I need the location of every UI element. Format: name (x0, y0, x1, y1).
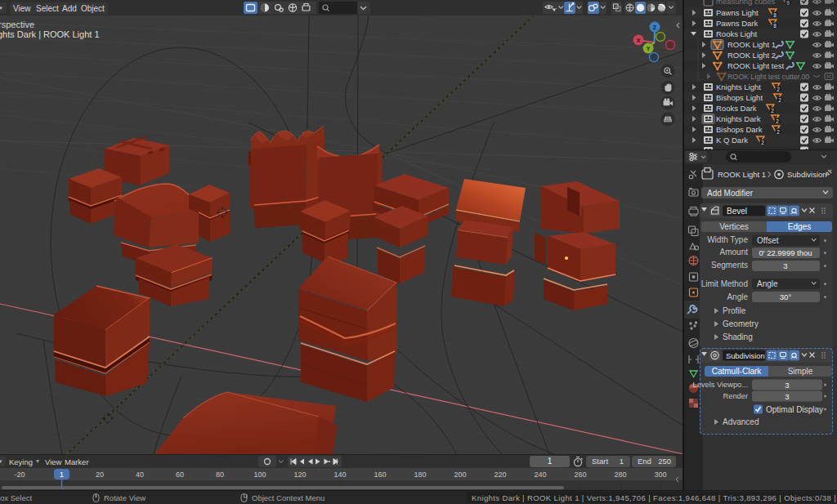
svg-text:Limit Method: Limit Method (701, 279, 748, 288)
svg-text:280: 280 (614, 471, 626, 479)
svg-text:ROOK Light 2: ROOK Light 2 (727, 51, 776, 60)
svg-text:ROOK Light 1: ROOK Light 1 (727, 40, 776, 49)
svg-text:100: 100 (253, 471, 266, 479)
svg-text:K Q Dark: K Q Dark (716, 136, 748, 145)
svg-text:Simple: Simple (788, 367, 813, 376)
svg-text:Pawns Dark: Pawns Dark (716, 19, 758, 28)
svg-text:Bishops Light: Bishops Light (716, 93, 763, 102)
svg-text:Y: Y (647, 46, 651, 51)
svg-text:40: 40 (136, 471, 144, 479)
svg-text:8: 8 (773, 12, 777, 18)
svg-text:measuring cubes: measuring cubes (716, 0, 776, 6)
svg-text:Offset: Offset (757, 236, 779, 245)
svg-text:Knights Light: Knights Light (716, 83, 761, 91)
svg-text:Vertices: Vertices (719, 222, 749, 231)
svg-text:Geometry: Geometry (723, 319, 759, 328)
svg-text:Subdivision: Subdivision (787, 170, 827, 179)
svg-text:ROOK Light test: ROOK Light test (727, 61, 785, 70)
svg-text:Shading: Shading (723, 332, 753, 341)
svg-text:2: 2 (761, 140, 764, 145)
svg-text:220: 220 (494, 471, 506, 479)
svg-text:Knights Dark: Knights Dark (716, 114, 761, 123)
svg-text:ROOK Light 1: ROOK Light 1 (718, 170, 766, 179)
svg-text:0' 22.9999 thou: 0' 22.9999 thou (759, 248, 812, 257)
svg-text:300: 300 (654, 471, 666, 479)
svg-text:1: 1 (60, 470, 64, 479)
svg-text:-20: -20 (14, 471, 25, 479)
svg-text:60: 60 (176, 471, 184, 479)
svg-text:2: 2 (776, 118, 779, 124)
svg-text:Advanced: Advanced (723, 417, 759, 426)
svg-text:Levels Viewpo...: Levels Viewpo... (692, 381, 748, 389)
svg-text:80: 80 (216, 471, 224, 479)
svg-text:Add Modifier: Add Modifier (707, 189, 754, 198)
svg-text:Bishops Dark: Bishops Dark (716, 125, 763, 134)
svg-text:30°: 30° (780, 292, 792, 301)
svg-text:2: 2 (771, 108, 774, 114)
svg-text:Subdivision: Subdivision (726, 352, 765, 360)
svg-text:Pawns Light: Pawns Light (716, 8, 759, 17)
svg-text:120: 120 (293, 471, 306, 479)
svg-text:2: 2 (777, 87, 780, 92)
svg-text:X: X (637, 38, 641, 43)
svg-text:20: 20 (96, 471, 104, 479)
svg-text:2: 2 (777, 129, 780, 135)
svg-text:3: 3 (785, 392, 789, 401)
svg-text:2: 2 (778, 97, 781, 103)
svg-text:9: 9 (786, 0, 790, 6)
svg-text:Angle: Angle (727, 292, 748, 301)
svg-text:200: 200 (454, 471, 466, 479)
svg-text:180: 180 (414, 471, 426, 479)
svg-text:3: 3 (783, 261, 787, 270)
svg-text:Edges: Edges (788, 222, 811, 231)
svg-text:Angle: Angle (757, 279, 778, 288)
svg-text:Amount: Amount (720, 248, 749, 256)
svg-text:Segments: Segments (711, 261, 748, 270)
svg-text:Profile: Profile (723, 306, 746, 315)
svg-text:3: 3 (785, 381, 789, 390)
svg-text:240: 240 (534, 471, 546, 479)
svg-text:Rooks Dark: Rooks Dark (716, 104, 757, 113)
svg-text:260: 260 (574, 471, 586, 479)
svg-text:Optimal Display: Optimal Display (766, 405, 823, 414)
svg-text:Render: Render (723, 392, 749, 400)
svg-text:140: 140 (333, 471, 346, 479)
svg-text:160: 160 (374, 471, 386, 479)
svg-text:Catmull-Clark: Catmull-Clark (712, 367, 763, 376)
svg-text:Bevel: Bevel (727, 207, 747, 216)
svg-text:Rooks Light: Rooks Light (716, 29, 758, 38)
svg-text:8: 8 (773, 23, 777, 29)
svg-text:ROOK Light test cutter.00: ROOK Light test cutter.00 (727, 73, 809, 81)
svg-text:Z: Z (653, 25, 657, 30)
svg-text:Width Type: Width Type (707, 235, 748, 244)
